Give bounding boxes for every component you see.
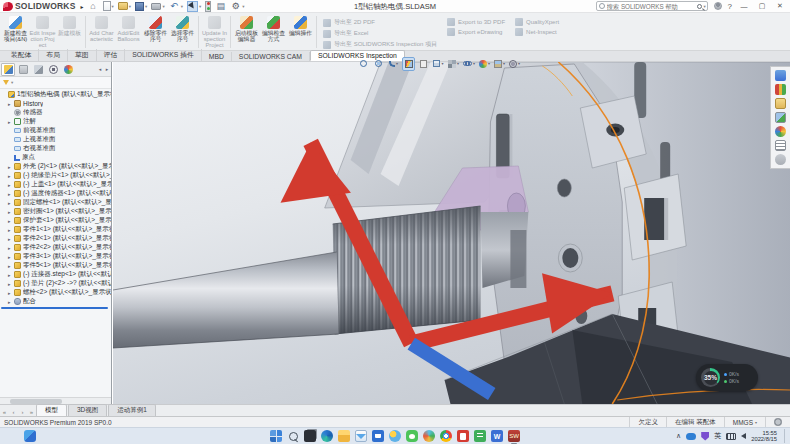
tree-item[interactable]: ▸零件5<1> (默认<<默认>_显示状态 [0, 261, 111, 270]
tab-评估[interactable]: 评估 [97, 49, 126, 61]
onedrive-icon[interactable] [686, 433, 696, 440]
security-icon[interactable] [701, 432, 709, 441]
browser-icon[interactable] [423, 430, 435, 442]
doc-tab-scroll-icon[interactable]: » [27, 409, 36, 416]
tree-item[interactable]: ▸外壳 (2)<1> (默认<<默认>_显示状态 [0, 162, 111, 171]
tab-SOLIDWORKS 插件[interactable]: SOLIDWORKS 插件 [125, 49, 202, 61]
panel-tab-featuremanager[interactable] [1, 63, 15, 76]
dropdown-caret-icon[interactable]: ▾ [503, 61, 505, 66]
tree-item[interactable]: 原点 [0, 153, 111, 162]
ribbon-button[interactable]: 新建检查项目(&N) [2, 14, 29, 50]
tree-item[interactable]: ▸(-) 上盖<1> (默认<<默认>_显示状态 [0, 180, 111, 189]
search-icon[interactable] [287, 430, 299, 442]
dropdown-caret-icon[interactable]: ▾ [199, 4, 201, 9]
help-button[interactable]: ? [728, 2, 732, 11]
tab-装配体[interactable]: 装配体 [4, 49, 39, 61]
hide-show-items-button[interactable]: ▾ [462, 57, 476, 71]
start-icon[interactable] [270, 430, 282, 442]
spreadsheet-icon[interactable] [474, 430, 486, 442]
tree-item[interactable]: ▸注解 [0, 117, 111, 126]
tree-item[interactable]: ▸零件3<1> (默认<<默认>_显示状态 [0, 252, 111, 261]
previous-view-button[interactable]: ▾ [387, 57, 400, 71]
touch-keyboard-icon[interactable] [726, 433, 736, 440]
dropdown-caret-icon[interactable]: ▾ [488, 61, 490, 66]
dropdown-caret-icon[interactable]: ▾ [129, 4, 131, 9]
rollback-bar[interactable] [1, 307, 108, 309]
zoom-area-button[interactable] [372, 57, 385, 71]
status-comment[interactable] [765, 417, 790, 427]
tree-item[interactable]: ▸(-) 垫片 (2)<2> ->? (默认<<默认>_ [0, 279, 111, 288]
reader-icon[interactable] [457, 430, 469, 442]
dropdown-caret-icon[interactable]: ▾ [457, 61, 459, 66]
task-pane-tab[interactable] [775, 140, 786, 151]
tree-item[interactable]: 上视基准面 [0, 135, 111, 144]
panel-tab-propertymanager[interactable] [16, 63, 30, 76]
file-properties-button[interactable] [215, 1, 226, 12]
dropdown-caret-icon[interactable]: ▾ [242, 4, 244, 9]
tab-SOLIDWORKS CAM[interactable]: SOLIDWORKS CAM [232, 52, 310, 61]
panel-tab-arrow-icon[interactable]: ◂ [97, 66, 103, 72]
rebuild-button[interactable] [205, 1, 211, 12]
tree-item[interactable]: 1型铝轴热电偶 (默认<默认_显示状态-1>) [0, 90, 111, 99]
view-orientation-button[interactable]: ▾ [432, 57, 445, 71]
ribbon-button[interactable]: 选择零件序号 [169, 14, 196, 50]
filter-caret-icon[interactable]: ▾ [11, 80, 13, 85]
tree-item[interactable]: ▸螺栓<2> (默认<<默认>_显示状态 [0, 288, 111, 297]
widgets-icon[interactable] [24, 430, 36, 442]
tree-item[interactable]: ▸固定螺栓<1> (默认<<默认>_显示状 [0, 198, 111, 207]
section-view-button[interactable] [402, 57, 415, 71]
show-desktop-button[interactable] [784, 429, 786, 443]
options-button[interactable]: ▾ [230, 1, 244, 12]
ribbon-button[interactable]: 启动模板编辑器 [233, 14, 260, 50]
doc-tab-模型[interactable]: 模型 [36, 404, 67, 416]
task-pane-tab[interactable] [775, 84, 786, 95]
search-input[interactable] [607, 2, 695, 10]
task-pane-tab[interactable] [775, 98, 786, 109]
task-pane-tab[interactable] [775, 126, 786, 137]
minimize-button[interactable]: — [738, 3, 750, 10]
dynamic-annotation-button[interactable] [417, 57, 430, 71]
dropdown-caret-icon[interactable]: ▾ [396, 61, 398, 66]
performance-widget[interactable]: 35% 0K/s 0K/s [696, 364, 758, 391]
tab-草图[interactable]: 草图 [68, 49, 97, 61]
view-settings-button[interactable]: ▾ [508, 57, 521, 71]
dropdown-caret-icon[interactable]: ▾ [518, 61, 520, 66]
tray-overflow-icon[interactable]: ∧ [676, 432, 681, 440]
dropdown-caret-icon[interactable]: ▾ [181, 4, 183, 9]
doc-tab-3D视图[interactable]: 3D视图 [68, 404, 107, 416]
menu-expand-arrow-icon[interactable]: ▸ [81, 3, 84, 10]
ribbon-button[interactable]: 编辑操作 [287, 14, 314, 50]
display-style-button[interactable]: ▾ [447, 57, 460, 71]
task-pane-tab[interactable] [775, 154, 786, 165]
word-icon[interactable]: W [491, 430, 503, 442]
chrome-icon[interactable] [440, 430, 452, 442]
new-document-button[interactable]: ▾ [103, 1, 114, 11]
doc-tab-运动算例1[interactable]: 运动算例1 [108, 404, 156, 416]
tree-item[interactable]: ▸配合 [0, 297, 111, 306]
tree-item[interactable]: ▸零件2<1> (默认<<默认>_显示状态 [0, 234, 111, 243]
restore-button[interactable]: ▢ [756, 2, 768, 10]
tree-item[interactable]: ▸History [0, 99, 111, 108]
undo-button[interactable]: ▾ [169, 1, 183, 12]
filter-funnel-icon[interactable] [3, 80, 9, 85]
tree-item[interactable]: ▸(-) 温度传感器<1> (默认<<默认>_显 [0, 189, 111, 198]
tab-MBD[interactable]: MBD [202, 52, 232, 61]
doc-tab-scroll-icon[interactable]: « [0, 409, 9, 416]
task-view-icon[interactable] [304, 430, 316, 442]
login-icon[interactable] [714, 2, 722, 10]
save-button[interactable]: ▾ [135, 2, 147, 11]
task-pane-tab[interactable] [775, 70, 786, 81]
dropdown-caret-icon[interactable]: ▾ [112, 4, 114, 9]
panel-tab-arrow-icon[interactable]: ▸ [104, 66, 110, 72]
tree-item[interactable]: ▸保护套<1> (默认<<默认>_显示状态 [0, 216, 111, 225]
panel-tab-configurationmanager[interactable] [31, 63, 45, 76]
select-button[interactable]: ▾ [187, 1, 201, 12]
tab-布局[interactable]: 布局 [39, 49, 68, 61]
tree-item[interactable]: ▸零件1<1> (默认<<默认>_显示状态 [0, 225, 111, 234]
store-icon[interactable] [372, 430, 384, 442]
dropdown-caret-icon[interactable]: ▾ [441, 61, 443, 66]
tree-item[interactable]: 传感器 [0, 108, 111, 117]
clock[interactable]: 15:55 2022/8/15 [751, 430, 777, 443]
tree-item[interactable]: ▸(-) 绝缘垫片<1> (默认<<默认>_显示 [0, 171, 111, 180]
tree-item[interactable]: ▸(-) 连接器.step<1> (默认<<默认>_ [0, 270, 111, 279]
